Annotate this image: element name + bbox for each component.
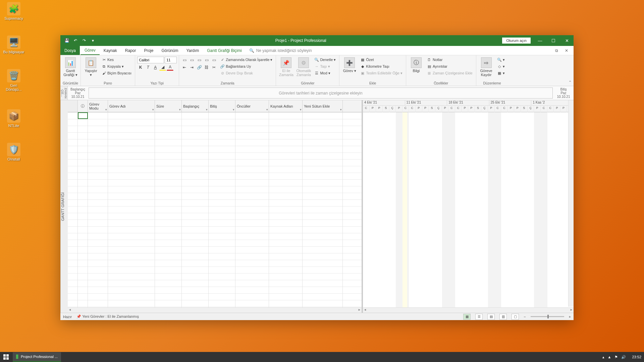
pct-0-button[interactable]: ▭	[181, 57, 188, 63]
tab-help[interactable]: Yardım	[182, 46, 203, 55]
tell-me-search[interactable]: 🔍 Ne yapmak istediğinizi söyleyin	[246, 46, 315, 55]
font-color-button[interactable]: A	[167, 64, 173, 71]
bold-button[interactable]: K	[137, 64, 144, 71]
pct-25-button[interactable]: ▭	[189, 57, 195, 63]
mode-button[interactable]: ☰Mod ▾	[313, 70, 337, 76]
milestone-button[interactable]: ◆Kilometre Taşı	[359, 63, 404, 69]
outdent-button[interactable]: ⇤	[181, 64, 188, 71]
gantt-vscroll[interactable]	[568, 100, 574, 307]
inspect-button[interactable]: 🔍Denetle ▾	[313, 57, 337, 63]
fill-button[interactable]: ▦▾	[496, 70, 506, 76]
view-resource[interactable]: ▥	[499, 314, 507, 320]
collapse-ribbon[interactable]: ⌃	[569, 80, 572, 84]
column-header[interactable]: Bitiş▾	[209, 100, 235, 112]
tab-gantt-format[interactable]: Gantt Grafiği Biçimi	[203, 46, 246, 55]
tab-report[interactable]: Rapor	[121, 46, 140, 55]
ribbon-group-clipboard: 📋 Yapıştır ▾ ✂Kes ⧉Kopyala ▾ 🖌Biçim Boya…	[81, 55, 135, 86]
column-header[interactable]: ⓘ	[78, 100, 88, 112]
gantt-hscroll[interactable]	[363, 307, 574, 313]
main-area: GANTT GRAFİĞİ ⓘGörev Modu▾Görev Adı▾Süre…	[60, 100, 574, 313]
respect-links-button[interactable]: 🔗Bağlantılara Uy	[219, 63, 274, 69]
windows-icon	[3, 354, 9, 360]
column-header[interactable]: Görev Modu▾	[88, 100, 108, 112]
pct-100-button[interactable]: ▭	[211, 57, 217, 63]
system-tray[interactable]: ▴ ▲ ⚑ 🔊	[599, 355, 630, 359]
signin-button[interactable]: Oturum açın	[502, 38, 531, 44]
pct-75-button[interactable]: ▭	[203, 57, 210, 63]
zoom-in[interactable]: +	[569, 315, 571, 319]
ribbon-display-options[interactable]: ⧉	[551, 46, 561, 55]
copy-button[interactable]: ⧉Kopyala ▾	[100, 63, 133, 69]
column-header[interactable]: Kaynak Adları▾	[269, 100, 303, 112]
desktop-icon[interactable]: 🛡️OInstall	[2, 143, 25, 161]
column-header[interactable]: Yeni Sütun Ekle▾	[303, 100, 343, 112]
fill-color-button[interactable]: ◢	[159, 64, 166, 71]
gantt-body[interactable]	[363, 112, 574, 307]
view-team[interactable]: ▤	[487, 314, 495, 320]
timeline-drop-area[interactable]: Görevleri tarihleri ile zaman çizelgesin…	[89, 87, 553, 99]
maximize-button[interactable]: ☐	[547, 35, 560, 46]
desktop-icon[interactable]: 🗑️Geri Dönüşü...	[2, 69, 25, 92]
mark-ontrack-button[interactable]: ✓Zamanında Olarak İşaretle ▾	[219, 57, 274, 63]
column-header[interactable]: Süre▾	[155, 100, 182, 112]
column-header[interactable]: Öncüller▾	[235, 100, 269, 112]
tab-file[interactable]: Dosya	[60, 46, 80, 55]
unlink-button[interactable]: ⛓	[203, 64, 210, 71]
split-button[interactable]: ✂	[211, 64, 217, 71]
desktop-icon[interactable]: 📦NTLite	[2, 109, 25, 128]
indent-button[interactable]: ⇥	[189, 64, 195, 71]
ribbon-group-font: K T A ◢ A Yazı Tipi	[135, 55, 179, 86]
grid-body[interactable]	[68, 112, 362, 307]
tab-view[interactable]: Görünüm	[157, 46, 182, 55]
font-name-input[interactable]	[137, 57, 164, 63]
redo-button[interactable]: ↷	[80, 37, 88, 44]
pct-50-button[interactable]: ▭	[196, 57, 203, 63]
italic-button[interactable]: T	[145, 64, 151, 71]
tray-chevron-icon[interactable]: ▴	[602, 355, 604, 359]
insert-task-button[interactable]: ➕ Görev ▾	[341, 57, 358, 74]
details-button[interactable]: ▤Ayrıntılar	[426, 63, 474, 69]
tab-resource[interactable]: Kaynak	[100, 46, 121, 55]
gantt-chart-button[interactable]: 📊 Gantt Grafiği ▾	[62, 57, 78, 78]
desktop-icon[interactable]: 🧩Supremacy	[2, 2, 25, 20]
scroll-to-task-button[interactable]: ⇨ Göreve Kaydır	[478, 57, 494, 77]
save-button[interactable]: 💾	[63, 37, 70, 44]
auto-schedule-button[interactable]: ⚙ Otomatik Zamanla	[296, 57, 312, 77]
taskbar-app-project[interactable]: ▊ Project Professional ...	[13, 352, 61, 362]
link-button[interactable]: 🔗	[196, 64, 203, 71]
summary-button[interactable]: ▦Özet	[359, 57, 404, 63]
format-painter-button[interactable]: 🖌Biçim Boyacısı	[100, 70, 133, 76]
view-report[interactable]: ▢	[512, 314, 519, 320]
gantt-day-label: S	[429, 106, 435, 112]
find-button[interactable]: 🔍▾	[496, 57, 506, 63]
notes-button[interactable]: 🗒Notlar	[426, 57, 474, 63]
column-header[interactable]: Başlangıç▾	[182, 100, 209, 112]
qat-customize[interactable]: ▾	[89, 37, 97, 44]
view-usage[interactable]: ☰	[475, 314, 483, 320]
tab-project[interactable]: Proje	[140, 46, 157, 55]
desktop-icon[interactable]: 🖥️Bu bilgisayar	[2, 36, 25, 54]
information-button[interactable]: ⓘ Bilgi	[408, 57, 424, 73]
undo-button[interactable]: ↶	[72, 37, 79, 44]
tray-network-icon[interactable]: ▲	[608, 355, 611, 359]
close-button[interactable]: ✕	[560, 35, 574, 46]
view-gantt[interactable]: ▦	[463, 314, 471, 320]
close-subwindow[interactable]: ✕	[561, 46, 572, 55]
font-size-input[interactable]	[165, 57, 177, 63]
sheet-hscroll[interactable]	[68, 307, 362, 313]
clear-button[interactable]: ◇▾	[496, 63, 506, 69]
zoom-slider[interactable]	[531, 316, 564, 317]
tray-action-icon[interactable]: ⚑	[614, 355, 618, 359]
cut-button[interactable]: ✂Kes	[100, 57, 133, 63]
minimize-button[interactable]: —	[533, 35, 547, 46]
tray-volume-icon[interactable]: 🔊	[621, 355, 626, 359]
paste-button[interactable]: 📋 Yapıştır ▾	[83, 57, 99, 78]
column-header[interactable]	[68, 100, 78, 112]
manual-schedule-button[interactable]: 📌 El ile Zamanla	[278, 57, 294, 77]
underline-button[interactable]: A	[152, 64, 159, 71]
column-header[interactable]: Görev Adı▾	[108, 100, 155, 112]
zoom-out[interactable]: −	[524, 315, 526, 319]
clock[interactable]: 23:52	[629, 355, 644, 359]
tab-task[interactable]: Görev	[80, 46, 100, 55]
start-button[interactable]	[0, 352, 12, 362]
